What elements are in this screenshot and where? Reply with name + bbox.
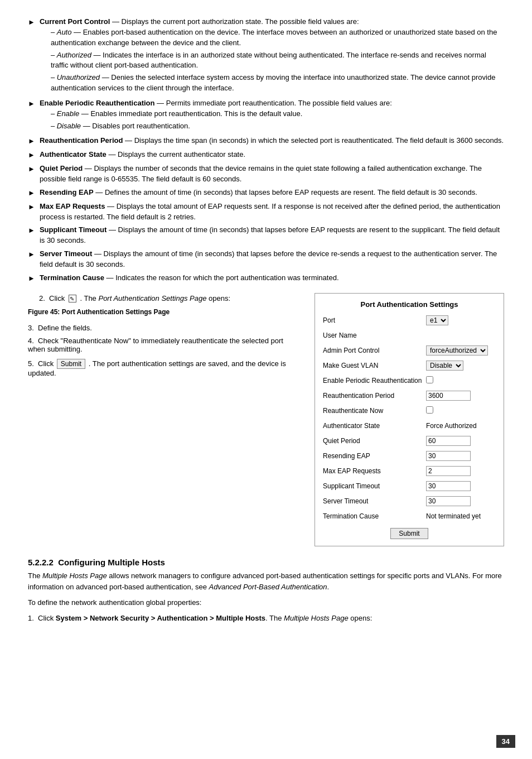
bullet-content: Supplicant Timeout — Displays the amount… — [40, 225, 504, 246]
bullet-list: ► Current Port Control — Displays the cu… — [28, 17, 504, 284]
supplicant-timeout-value[interactable] — [426, 481, 496, 491]
admin-port-control-select[interactable]: forceAuthorized — [426, 345, 488, 356]
admin-port-control-value[interactable]: forceAuthorized — [426, 345, 496, 356]
sub-bullet-enable: Enable — Enables immediate port reauthen… — [51, 109, 504, 119]
reauth-period-input[interactable] — [426, 391, 471, 401]
admin-port-control-row: Admin Port Control forceAuthorized — [323, 344, 496, 357]
reauth-now-label: Reauthenticate Now — [323, 407, 426, 415]
server-timeout-value[interactable] — [426, 496, 496, 506]
reauth-now-value[interactable] — [426, 406, 496, 415]
max-eap-requests-row: Max EAP Requests — [323, 465, 496, 477]
step3: 3. Define the fields. — [28, 324, 298, 332]
bullet-content: Resending EAP — Defines the amount of ti… — [40, 188, 504, 199]
resending-eap-label: Resending EAP — [323, 452, 426, 460]
resending-eap-input[interactable] — [426, 451, 471, 461]
supplicant-timeout-row: Supplicant Timeout — [323, 480, 496, 492]
section-522-para1: The Multiple Hosts Page allows network m… — [28, 570, 504, 593]
reauth-period-value[interactable] — [426, 391, 496, 401]
bullet-text: — Displays the amount of time (in second… — [40, 225, 500, 244]
bullet-current-port-control: ► Current Port Control — Displays the cu… — [28, 17, 504, 95]
sub-bullet-disable: Disable — Disables port reauthentication… — [51, 121, 504, 132]
supplicant-timeout-label: Supplicant Timeout — [323, 482, 426, 490]
bullet-label: Current Port Control — [40, 17, 110, 26]
resending-eap-value[interactable] — [426, 451, 496, 461]
quiet-period-input[interactable] — [426, 436, 471, 446]
max-eap-requests-input[interactable] — [426, 466, 471, 476]
edit-icon — [69, 295, 76, 302]
bullet-max-eap-requests: ► Max EAP Requests — Displays the total … — [28, 201, 504, 223]
reauth-now-checkbox[interactable] — [426, 406, 433, 414]
submit-button[interactable]: Submit — [390, 528, 428, 539]
auth-state-value: Force Authorized — [426, 422, 496, 430]
bullet-text: — Displays the total amount of EAP reque… — [40, 202, 500, 221]
bullet-text: — Displays the time span (in seconds) in… — [123, 136, 504, 145]
bullet-arrow: ► — [28, 225, 35, 246]
section-522-intro: To define the network authentication glo… — [28, 597, 504, 608]
bullet-text: — Defines the amount of time (in seconds… — [94, 188, 477, 196]
reauth-period-label: Reauthentication Period — [323, 392, 426, 400]
sub-bullet-authorized: Authorized — Indicates the interface is … — [51, 50, 504, 71]
enable-periodic-reauth-checkbox[interactable] — [426, 376, 433, 383]
bullet-content: Termination Cause — Indicates the reason… — [40, 273, 504, 284]
quiet-period-value[interactable] — [426, 436, 496, 446]
step5: 5. Click Submit . The port authenticatio… — [28, 359, 298, 377]
quiet-period-label: Quiet Period — [323, 437, 426, 445]
bullet-text: — Permits immediate port reauthenticatio… — [154, 99, 391, 107]
server-timeout-input[interactable] — [426, 496, 471, 506]
enable-periodic-reauth-label: Enable Periodic Reauthentication — [323, 377, 426, 385]
section-522-step1: 1. Click System > Network Security > Aut… — [28, 613, 504, 624]
make-guest-vlan-value[interactable]: Disable — [426, 361, 496, 371]
port-row: Port e1 — [323, 314, 496, 326]
bullet-arrow: ► — [28, 17, 35, 95]
bullet-text: — Displays the current authenticator sta… — [107, 150, 245, 158]
port-value[interactable]: e1 — [426, 315, 496, 325]
make-guest-vlan-row: Make Guest VLAN Disable — [323, 359, 496, 372]
bullet-arrow: ► — [28, 136, 35, 147]
enable-periodic-reauth-value[interactable] — [426, 376, 496, 385]
make-guest-vlan-label: Make Guest VLAN — [323, 362, 426, 369]
max-eap-requests-label: Max EAP Requests — [323, 467, 426, 475]
admin-port-control-label: Admin Port Control — [323, 347, 426, 354]
bullet-server-timeout: ► Server Timeout — Displays the amount o… — [28, 249, 504, 270]
bullet-supplicant-timeout: ► Supplicant Timeout — Displays the amou… — [28, 225, 504, 246]
port-select[interactable]: e1 — [426, 315, 448, 325]
bullet-content: Quiet Period — Displays the number of se… — [40, 164, 504, 185]
bullet-label: Termination Cause — [40, 273, 104, 282]
bullet-arrow: ► — [28, 249, 35, 270]
supplicant-timeout-input[interactable] — [426, 481, 471, 491]
reauth-now-row: Reauthenticate Now — [323, 405, 496, 417]
submit-button-inline: Submit — [57, 359, 85, 369]
make-guest-vlan-select[interactable]: Disable — [426, 361, 463, 371]
step2-section: 2. Click . The Port Authentication Setti… — [28, 293, 504, 546]
bullet-reauth-period: ► Reauthentication Period — Displays the… — [28, 136, 504, 147]
bullet-label: Reauthentication Period — [40, 136, 123, 145]
port-label: Port — [323, 316, 426, 324]
bullet-content: Current Port Control — Displays the curr… — [40, 17, 504, 95]
termination-cause-value: Not terminated yet — [426, 512, 496, 520]
bullet-text: — Displays the number of seconds that th… — [40, 164, 482, 183]
bullet-arrow: ► — [28, 99, 35, 133]
bullet-label: Authenticator State — [40, 150, 107, 158]
page-number: 34 — [496, 735, 515, 748]
bullet-label: Supplicant Timeout — [40, 225, 107, 234]
right-column: Port Authentication Settings Port e1 Use… — [315, 293, 504, 546]
page-name-ref: Port Authentication Settings Page — [98, 294, 206, 302]
figure-label: Figure 45: Port Authentication Settings … — [28, 308, 298, 316]
server-timeout-label: Server Timeout — [323, 497, 426, 505]
bullet-quiet-period: ► Quiet Period — Displays the number of … — [28, 164, 504, 185]
bullet-arrow: ► — [28, 273, 35, 284]
bullet-label: Max EAP Requests — [40, 202, 105, 210]
bullet-content: Max EAP Requests — Displays the total am… — [40, 201, 504, 223]
bullet-content: Authenticator State — Displays the curre… — [40, 150, 504, 161]
bullet-text: — Displays the amount of time (in second… — [40, 249, 497, 268]
resending-eap-row: Resending EAP — [323, 450, 496, 462]
bullet-enable-periodic-reauth: ► Enable Periodic Reauthentication — Per… — [28, 98, 504, 133]
bullet-label: Resending EAP — [40, 188, 94, 196]
bullet-label: Quiet Period — [40, 164, 83, 172]
bullet-text: — Displays the current port authorizatio… — [110, 17, 359, 26]
max-eap-requests-value[interactable] — [426, 466, 496, 476]
sub-bullet-unauthorized: Unauthorized — Denies the selected inter… — [51, 73, 504, 94]
auth-state-row: Authenticator State Force Authorized — [323, 420, 496, 432]
step4: 4. Check "Reauthenticate Now" to immedia… — [28, 337, 298, 353]
bullet-content: Enable Periodic Reauthentication — Permi… — [40, 98, 504, 133]
